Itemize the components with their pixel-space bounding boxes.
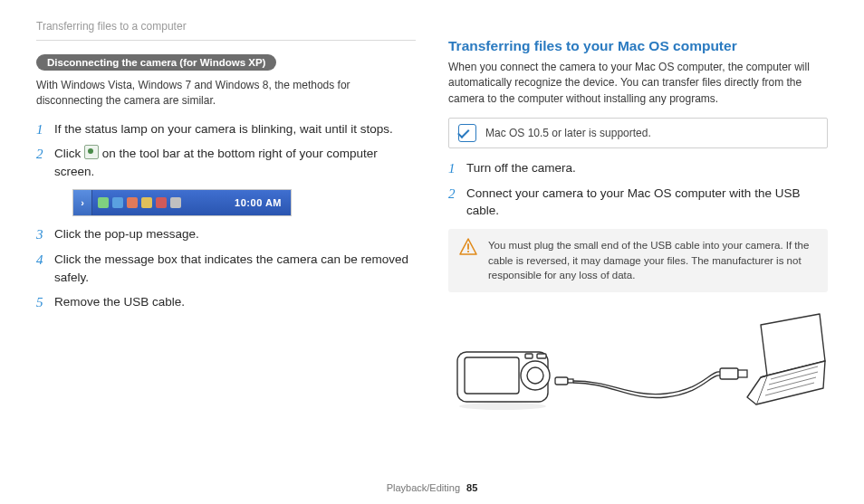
taskbar-clock: 10:00 AM [226, 196, 291, 211]
note-text: Mac OS 10.5 or later is supported. [485, 127, 651, 139]
left-column: Transferring files to a computer Disconn… [36, 20, 416, 419]
section-heading: Transferring files to your Mac OS comput… [448, 38, 828, 54]
step-3: Click the pop-up message. [36, 225, 416, 243]
page-footer: Playback/Editing 85 [0, 482, 864, 493]
svg-point-2 [467, 251, 469, 252]
svg-rect-12 [720, 368, 738, 379]
intro-text-right: When you connect the camera to your Mac … [448, 60, 828, 107]
footer-section: Playback/Editing [387, 482, 460, 493]
info-note: Mac OS 10.5 or later is supported. [448, 118, 828, 148]
svg-point-9 [459, 403, 546, 410]
right-column: Transferring files to your Mac OS comput… [448, 20, 828, 419]
laptop-icon [747, 314, 825, 404]
steps-list-left: If the status lamp on your camera is bli… [36, 120, 416, 311]
step-4: Click the message box that indicates the… [36, 251, 416, 286]
step-2: Click on the tool bar at the bottom righ… [36, 145, 416, 216]
taskbar-screenshot: › 10:00 AM [72, 189, 292, 216]
step-5: Remove the USB cable. [36, 293, 416, 311]
intro-text: With Windows Vista, Windows 7 and Window… [36, 78, 416, 109]
svg-point-6 [527, 367, 543, 384]
tray-icon [170, 197, 181, 208]
svg-rect-4 [465, 357, 519, 394]
warning-icon [459, 238, 477, 283]
steps-list-right: Turn off the camera. Connect your camera… [448, 159, 828, 220]
taskbar-expand-icon: › [73, 190, 92, 215]
tray-icon [112, 197, 123, 208]
step-1: If the status lamp on your camera is bli… [36, 120, 416, 138]
running-head: Transferring files to a computer [36, 20, 416, 33]
section-pill: Disconnecting the camera (for Windows XP… [36, 54, 276, 71]
svg-rect-7 [525, 354, 533, 358]
safely-remove-icon [84, 145, 99, 159]
svg-rect-13 [738, 370, 747, 377]
connection-diagram [448, 307, 828, 419]
divider [36, 40, 416, 41]
svg-rect-8 [537, 354, 546, 358]
tray-icon [156, 197, 167, 208]
tray-icon [98, 197, 109, 208]
tray-icon [127, 197, 138, 208]
taskbar-tray-icons [92, 197, 187, 208]
camera-icon [457, 352, 550, 410]
svg-rect-10 [555, 377, 568, 385]
svg-rect-11 [568, 379, 573, 383]
step-2: Connect your camera to your Mac OS compu… [448, 185, 828, 220]
page-number: 85 [466, 482, 477, 493]
note-icon [458, 124, 476, 142]
warning-text: You must plug the small end of the USB c… [488, 238, 817, 283]
step-1: Turn off the camera. [448, 159, 828, 177]
warning-note: You must plug the small end of the USB c… [448, 229, 828, 292]
tray-icon [141, 197, 152, 208]
